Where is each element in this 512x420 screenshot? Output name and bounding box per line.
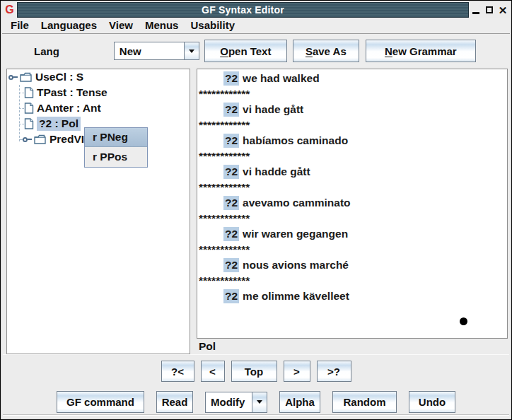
output-entry[interactable]: ?2vi hade gått: [197, 102, 507, 117]
menu-view[interactable]: View: [104, 18, 140, 33]
toolbar: Lang New Open Text Save As New Grammar: [2, 35, 510, 67]
app-logo: G: [2, 2, 17, 18]
tree-node-usecl[interactable]: UseCl : S: [7, 69, 190, 85]
output-separator: ************: [197, 117, 507, 133]
cursor-dot: [460, 317, 467, 325]
tree-node-label: AAnter : Ant: [37, 102, 101, 115]
undo-button[interactable]: Undo: [409, 391, 455, 413]
menu-usability[interactable]: Usability: [185, 18, 242, 33]
panel-divider: [3, 414, 509, 416]
menu-languages[interactable]: Languages: [36, 18, 104, 33]
open-text-button[interactable]: Open Text: [204, 40, 287, 62]
next-node-button[interactable]: >: [284, 361, 310, 382]
lang-combobox-value: New: [115, 42, 184, 59]
syntax-tree-panel[interactable]: UseCl : S TPast : Tense AAnter : Ant ?2 …: [6, 69, 190, 354]
tree-node-label: TPast : Tense: [37, 86, 107, 99]
output-entry[interactable]: ?2wir waren gegangen: [197, 226, 507, 242]
tree-connector: [19, 85, 20, 141]
file-icon: [24, 103, 34, 114]
menubar: File Languages View Menus Usability: [2, 18, 510, 34]
app-window: G GF Syntax Editor ✕ File Languages View…: [0, 0, 512, 420]
navigation-row: ?< < Top > >?: [1, 361, 511, 382]
menu-menus[interactable]: Menus: [140, 18, 186, 33]
modify-combobox-arrow[interactable]: [252, 392, 267, 412]
prev-metavariable-button[interactable]: ?<: [161, 361, 194, 382]
chevron-down-icon: [257, 400, 262, 404]
tree-connector: [19, 108, 24, 109]
new-grammar-button[interactable]: New Grammar: [366, 40, 476, 62]
output-separator: ************: [197, 148, 507, 164]
menu-file[interactable]: File: [6, 18, 36, 33]
tree-node-label: UseCl : S: [35, 71, 83, 83]
titlebar-band: GF Syntax Editor: [17, 2, 469, 18]
close-icon: ✕: [499, 5, 508, 16]
linearization-output-panel[interactable]: ?2we had walked ************ ?2vi hade g…: [197, 69, 508, 339]
output-entry[interactable]: ?2nous avions marché: [197, 257, 507, 273]
focus-marker[interactable]: ?2: [223, 165, 239, 179]
modify-combobox-value: Modify: [206, 392, 252, 412]
command-row: GF command Read Modify Alpha Random Undo: [1, 391, 511, 413]
file-icon: [24, 118, 34, 129]
tree-connector: [19, 93, 24, 93]
focus-marker[interactable]: ?2: [223, 227, 239, 241]
next-metavariable-button[interactable]: >?: [317, 361, 351, 382]
minimize-button[interactable]: [472, 5, 480, 15]
titlebar[interactable]: G GF Syntax Editor ✕: [2, 2, 510, 18]
tree-node-tpast[interactable]: TPast : Tense: [7, 85, 190, 100]
focus-marker[interactable]: ?2: [223, 134, 239, 148]
output-entry[interactable]: ?2avevamo camminato: [197, 195, 507, 211]
focus-marker[interactable]: ?2: [223, 289, 239, 303]
output-separator: ************: [197, 86, 507, 102]
gf-command-button[interactable]: GF command: [57, 391, 144, 413]
alpha-button[interactable]: Alpha: [279, 391, 320, 413]
gf-logo-icon: G: [5, 4, 13, 16]
maximize-button[interactable]: [485, 5, 494, 15]
tree-node-aanter[interactable]: AAnter : Ant: [7, 100, 190, 116]
output-entry[interactable]: ?2vi hadde gått: [197, 164, 507, 180]
maximize-icon: [486, 6, 493, 13]
output-separator: ************: [197, 273, 507, 288]
folder-icon: [34, 134, 47, 144]
tree-expand-handle-icon[interactable]: [23, 137, 32, 142]
tree-node-label: PredVI: [50, 133, 84, 146]
lang-combobox-arrow[interactable]: [184, 42, 199, 59]
status-category-label: Pol: [199, 340, 216, 353]
save-as-button[interactable]: Save As: [293, 40, 359, 62]
chevron-down-icon: [189, 49, 194, 53]
output-separator: ************: [197, 211, 507, 226]
tree-connector: [19, 139, 23, 140]
modify-combobox[interactable]: Modify: [205, 392, 267, 413]
focus-marker[interactable]: ?2: [223, 71, 239, 86]
popup-item-pneg[interactable]: r PNeg: [85, 128, 147, 147]
tree-connector: [19, 124, 24, 124]
focus-marker[interactable]: ?2: [223, 258, 239, 272]
output-separator: ************: [197, 242, 507, 257]
output-entry[interactable]: ?2we had walked: [197, 71, 507, 86]
top-button[interactable]: Top: [231, 361, 277, 382]
close-button[interactable]: ✕: [499, 5, 507, 15]
folder-icon: [20, 72, 33, 82]
file-icon: [24, 87, 34, 98]
lang-combobox[interactable]: New: [114, 42, 199, 60]
popup-item-ppos[interactable]: r PPos: [85, 147, 147, 166]
prev-node-button[interactable]: <: [201, 361, 225, 382]
focus-marker[interactable]: ?2: [223, 196, 239, 210]
minimize-icon: [472, 12, 479, 14]
window-title: GF Syntax Editor: [202, 4, 284, 16]
tree-expand-handle-icon[interactable]: [8, 75, 18, 80]
read-button[interactable]: Read: [156, 391, 193, 413]
focus-marker[interactable]: ?2: [223, 103, 239, 117]
window-controls: ✕: [469, 2, 510, 18]
tree-node-label-selected: ?2 : Pol: [37, 117, 81, 131]
output-entry[interactable]: ?2me olimme kävelleet: [197, 288, 507, 304]
lang-label: Lang: [34, 45, 59, 57]
panel-divider: [3, 354, 509, 355]
output-separator: ************: [197, 180, 507, 195]
refinement-popup-menu: r PNeg r PPos: [84, 127, 148, 168]
random-button[interactable]: Random: [332, 391, 397, 413]
output-entry[interactable]: ?2habíamos caminado: [197, 133, 507, 148]
